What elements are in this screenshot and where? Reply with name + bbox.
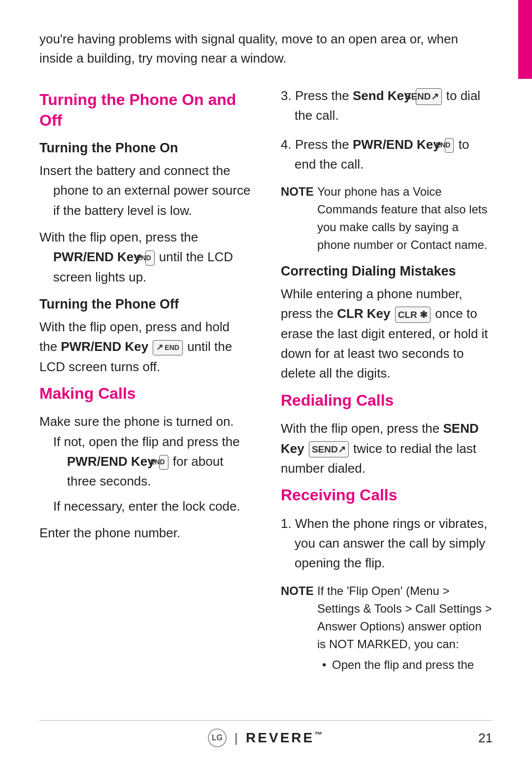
footer-brand: REVERE™ xyxy=(246,730,324,746)
making-step2: Enter the phone number. xyxy=(39,523,251,543)
section-receiving: Receiving Calls 1. When the phone rings … xyxy=(281,485,493,673)
section-making-calls: Making Calls Make sure the phone is turn… xyxy=(39,383,251,543)
subsection-phone-off: Turning the Phone Off xyxy=(39,297,251,312)
section-heading-receiving: Receiving Calls xyxy=(281,485,493,506)
receiving-steps: 1. When the phone rings or vibrates, you… xyxy=(281,514,493,573)
send-key-icon1: SEND↗ xyxy=(416,88,442,104)
lg-icon: LG xyxy=(208,729,227,747)
pwr-end-key-icon3: ↗END xyxy=(159,455,168,470)
footer-page-number: 21 xyxy=(478,730,493,746)
phone-on-step2: With the flip open, press the PWR/END Ke… xyxy=(39,227,251,287)
note2-bullets: Open the flip and press the xyxy=(322,656,493,674)
send-key-icon2: SEND↗ xyxy=(309,441,349,457)
footer: LG | REVERE™ 21 xyxy=(39,720,493,747)
section-redialing: Redialing Calls With the flip open, pres… xyxy=(281,390,493,478)
pwr-end-key-icon1: ↗END xyxy=(145,250,155,265)
page-container: you're having problems with signal quali… xyxy=(0,0,532,765)
correcting-text: While entering a phone number, press the… xyxy=(281,284,493,383)
dial-step4: 4. Press the PWR/END Key ↗END to end the… xyxy=(281,135,493,174)
making-step1c: If necessary, enter the lock code. xyxy=(53,496,251,516)
pink-tab xyxy=(518,0,532,79)
right-column: 3. Press the Send Key SEND↗ to dial the … xyxy=(281,86,493,683)
note2-bullet1: Open the flip and press the xyxy=(322,656,493,674)
note1-label: NOTE xyxy=(281,183,310,254)
phone-off-text: With the flip open, press and hold the P… xyxy=(39,317,251,377)
footer-separator: | xyxy=(234,730,238,746)
pwr-end-key-icon2: ↗END xyxy=(153,340,183,355)
note2-text: If the 'Flip Open' (Menu > Settings & To… xyxy=(317,582,493,674)
dial-step3: 3. Press the Send Key SEND↗ to dial the … xyxy=(281,86,493,126)
two-column-layout: Turning the Phone On and Off Turning the… xyxy=(39,86,493,683)
receiving-step1: 1. When the phone rings or vibrates, you… xyxy=(281,514,493,573)
pwr-end-key-icon4: ↗END xyxy=(445,138,454,153)
making-step1b: If not, open the flip and press the PWR/… xyxy=(53,432,251,491)
footer-logo: LG | REVERE™ xyxy=(208,729,324,747)
clr-key-icon: CLR ✱ xyxy=(395,307,431,323)
making-step1: Make sure the phone is turned on. If not… xyxy=(39,412,251,516)
dial-steps: 3. Press the Send Key SEND↗ to dial the … xyxy=(281,86,493,174)
note1-text: Your phone has a Voice Commands feature … xyxy=(317,183,493,254)
note2: NOTE If the 'Flip Open' (Menu > Settings… xyxy=(281,582,493,674)
phone-on-step1: Insert the battery and connect the phone… xyxy=(39,161,251,220)
intro-text: you're having problems with signal quali… xyxy=(39,30,493,68)
making-calls-steps: Make sure the phone is turned on. If not… xyxy=(39,412,251,543)
section-heading-turning: Turning the Phone On and Off xyxy=(39,90,251,131)
section-correcting: Correcting Dialing Mistakes While enteri… xyxy=(281,264,493,383)
note2-label: NOTE xyxy=(281,582,310,674)
redialing-text: With the flip open, press the SEND Key S… xyxy=(281,418,493,478)
section-turning-phone: Turning the Phone On and Off Turning the… xyxy=(39,90,251,377)
note1: NOTE Your phone has a Voice Commands fea… xyxy=(281,183,493,254)
subsection-phone-on: Turning the Phone On xyxy=(39,140,251,156)
phone-on-steps: Insert the battery and connect the phone… xyxy=(39,161,251,287)
section-heading-redialing: Redialing Calls xyxy=(281,390,493,411)
subsection-correcting: Correcting Dialing Mistakes xyxy=(281,264,493,279)
section-heading-making: Making Calls xyxy=(39,383,251,404)
left-column: Turning the Phone On and Off Turning the… xyxy=(39,86,251,683)
